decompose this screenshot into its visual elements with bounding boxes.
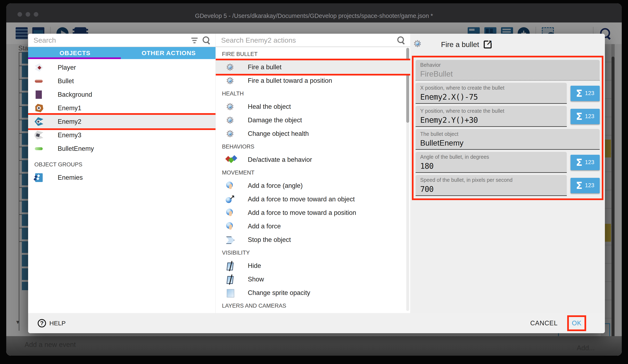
action-item-damage-the-object[interactable]: Damage the object <box>216 113 410 127</box>
search-icon[interactable] <box>202 36 211 44</box>
action-item-heal-the-object[interactable]: Heal the object <box>216 100 410 113</box>
gear-icon <box>226 129 235 138</box>
cancel-button[interactable]: CANCEL <box>528 317 560 329</box>
object-list-item-background[interactable]: Background <box>28 88 216 101</box>
ok-button[interactable]: OK <box>572 319 582 327</box>
object-list-item-player[interactable]: Player <box>28 61 216 74</box>
objects-tabbar: OBJECTSOTHER ACTIONS <box>28 47 216 59</box>
help-button[interactable]: ? HELP <box>38 319 66 327</box>
group-list-item-enemies[interactable]: Enemies <box>28 171 216 184</box>
param-value: BulletEnemy <box>420 139 595 147</box>
action-item-show[interactable]: Show <box>216 272 410 286</box>
numbers-icon: 123 <box>585 113 594 120</box>
active-tab-indicator <box>28 58 121 59</box>
action-section-header: LAYERS AND CAMERAS <box>216 300 410 312</box>
action-label: Add a force (angle) <box>248 182 303 189</box>
param-value: 700 <box>420 185 562 194</box>
search-icon[interactable] <box>397 36 405 44</box>
objects-list: PlayerBulletBackgroundEnemy1Enemy2Enemy3… <box>28 61 216 313</box>
action-item-add-a-force-angle-[interactable]: Add a force (angle) <box>216 179 410 192</box>
expression-editor-button[interactable]: Σ123 <box>570 155 600 170</box>
window-title: GDevelop 5 - /Users/dkarakay/Documents/G… <box>6 9 622 19</box>
hide-icon <box>226 261 235 270</box>
sigma-icon: Σ <box>576 88 582 99</box>
action-item-de-activate-a-behavior[interactable]: De/activate a behavior <box>216 153 410 166</box>
action-item-change-sprite-opacity[interactable]: Change sprite opacity <box>216 286 410 300</box>
background-object-icon <box>34 90 44 99</box>
action-item-fire-a-bullet[interactable]: Fire a bullet <box>216 60 410 74</box>
actions-search-input[interactable] <box>221 36 397 45</box>
objects-search-input[interactable] <box>33 36 187 45</box>
screenshot-root: GDevelop 5 - /Users/dkarakay/Documents/G… <box>0 0 628 364</box>
param-field-4[interactable]: Angle of the bullet, in degrees180 <box>416 152 567 173</box>
object-label: Enemy1 <box>58 104 81 112</box>
action-label: Change sprite opacity <box>248 289 310 297</box>
action-label: Fire a bullet toward a position <box>248 77 332 84</box>
param-field-5[interactable]: Speed of the bullet, in pixels per secon… <box>416 175 567 196</box>
object-list-item-bulletenemy[interactable]: BulletEnemy <box>28 142 216 155</box>
player-object-icon <box>34 63 44 72</box>
action-section-header: BEHAVIORS <box>216 140 410 153</box>
param-value: FireBullet <box>420 70 595 78</box>
object-list-item-enemy1[interactable]: Enemy1 <box>28 101 216 115</box>
sigma-icon: Σ <box>576 180 582 191</box>
stop-icon <box>226 235 235 244</box>
action-section-header: HEALTH <box>216 87 410 100</box>
dialog-footer: ? HELP CANCEL OK <box>28 313 605 333</box>
action-label: De/activate a behavior <box>248 156 312 164</box>
action-item-add-a-force-to-move-toward-an-object[interactable]: Add a force to move toward an object <box>216 192 410 206</box>
param-field-0: BehaviorFireBullet <box>416 60 600 81</box>
gear-icon <box>226 116 235 125</box>
object-list-item-enemy3[interactable]: Enemy3 <box>28 128 216 142</box>
actions-list: FIRE BULLETFire a bulletFire a bullet to… <box>216 48 410 313</box>
actions-search-row <box>216 34 410 47</box>
action-label: Add a force to move toward a position <box>248 209 356 217</box>
numbers-icon: 123 <box>585 182 594 189</box>
action-label: Change object health <box>248 130 309 137</box>
param-label: Angle of the bullet, in degrees <box>420 154 562 160</box>
param-label: Behavior <box>420 62 595 68</box>
action-title: Fire a bullet <box>441 40 479 49</box>
help-label: HELP <box>49 320 66 327</box>
group-object-icon <box>34 173 44 182</box>
gear-icon <box>226 76 235 85</box>
param-field-2[interactable]: Y position, where to create the bulletEn… <box>416 106 567 127</box>
expression-editor-button[interactable]: Σ123 <box>570 109 600 124</box>
action-item-add-a-force[interactable]: Add a force <box>216 219 410 233</box>
parameter-row: X position, where to create the bulletEn… <box>416 83 600 104</box>
param-value: Enemy2.Y()+30 <box>420 116 562 124</box>
action-label: Heal the object <box>248 103 291 111</box>
action-item-hide[interactable]: Hide <box>216 259 410 272</box>
expression-editor-button[interactable]: Σ123 <box>570 178 600 193</box>
actions-scrollbar-thumb[interactable] <box>406 48 409 123</box>
open-in-new-icon[interactable] <box>484 41 492 49</box>
param-field-3[interactable]: The bullet objectBulletEnemy <box>416 129 600 150</box>
force-target-icon <box>226 195 235 204</box>
action-item-fire-a-bullet-toward-a-position[interactable]: Fire a bullet toward a position <box>216 74 410 87</box>
gear-icon <box>226 102 235 111</box>
object-list-item-enemy2[interactable]: Enemy2 <box>28 115 216 128</box>
object-groups-header: OBJECT GROUPS <box>28 158 216 171</box>
sigma-icon: Σ <box>576 157 582 168</box>
expression-editor-button[interactable]: Σ123 <box>570 86 600 101</box>
action-item-stop-the-object[interactable]: Stop the object <box>216 233 410 246</box>
object-list-item-bullet[interactable]: Bullet <box>28 74 216 88</box>
param-field-1[interactable]: X position, where to create the bulletEn… <box>416 83 567 104</box>
enemy3-object-icon <box>34 131 44 140</box>
action-label: Add a force to move toward an object <box>248 195 355 203</box>
sigma-icon: Σ <box>576 111 582 122</box>
action-label: Fire a bullet <box>248 63 282 71</box>
force-icon <box>226 208 235 217</box>
ok-annotation-box: OK <box>567 315 586 331</box>
action-item-add-a-force-to-move-toward-a-position[interactable]: Add a force to move toward a position <box>216 206 410 219</box>
help-icon: ? <box>38 319 46 327</box>
bulletenemy-object-icon <box>34 144 44 153</box>
numbers-icon: 123 <box>585 159 594 166</box>
action-label: Hide <box>248 262 261 270</box>
actions-scrollbar[interactable] <box>406 48 409 311</box>
action-item-change-object-health[interactable]: Change object health <box>216 127 410 140</box>
action-label: Add a force <box>248 223 281 230</box>
filter-icon[interactable] <box>191 37 198 44</box>
parameter-row: Angle of the bullet, in degrees180Σ123 <box>416 152 600 173</box>
tab-other-actions[interactable]: OTHER ACTIONS <box>122 47 216 59</box>
